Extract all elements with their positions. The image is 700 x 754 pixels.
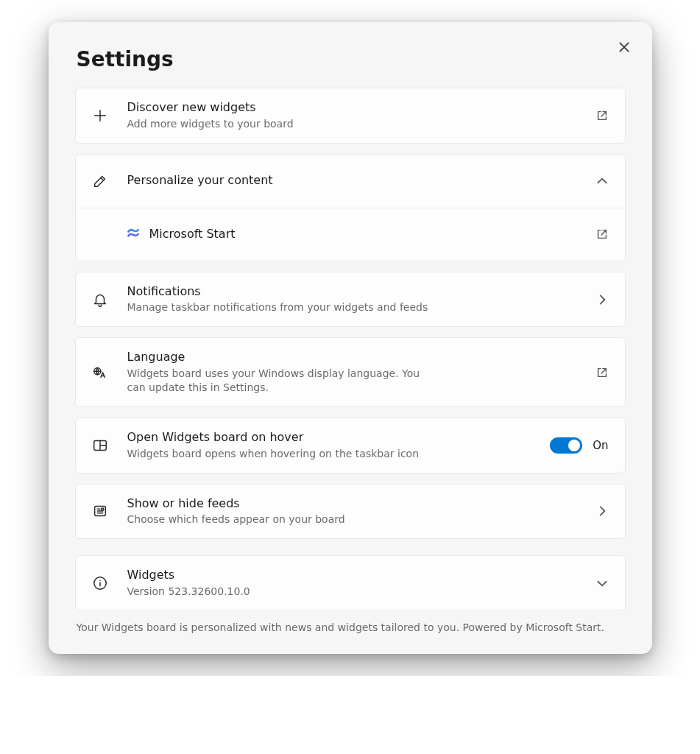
personalize-title: Personalize your content — [127, 173, 587, 188]
card-notifications: Notifications Manage taskbar notificatio… — [75, 272, 626, 328]
discover-title: Discover new widgets — [127, 100, 587, 116]
bell-icon — [92, 292, 127, 308]
chevron-right-icon — [595, 293, 609, 306]
language-icon — [92, 364, 127, 381]
svg-rect-3 — [101, 509, 103, 511]
close-icon — [618, 40, 631, 54]
microsoft-start-icon — [126, 227, 141, 242]
row-microsoft-start[interactable]: Microsoft Start — [76, 208, 625, 261]
chevron-right-icon — [595, 504, 609, 518]
feeds-subtitle: Choose which feeds appear on your board — [127, 512, 587, 526]
card-language: Language Widgets board uses your Windows… — [75, 337, 626, 407]
row-discover[interactable]: Discover new widgets Add more widgets to… — [76, 88, 625, 143]
about-version: Version 523.32600.10.0 — [127, 585, 587, 599]
close-button[interactable] — [612, 35, 636, 59]
footer-note: Your Widgets board is personalized with … — [77, 621, 624, 633]
settings-panel: Settings Discover new widgets Add more w… — [49, 22, 652, 654]
microsoft-start-label: Microsoft Start — [149, 227, 587, 242]
card-hover: Open Widgets board on hover Widgets boar… — [75, 417, 626, 473]
discover-subtitle: Add more widgets to your board — [127, 117, 587, 131]
row-feeds[interactable]: Show or hide feeds Choose which feeds ap… — [76, 485, 625, 539]
hover-toggle-label: On — [593, 439, 608, 452]
row-about[interactable]: Widgets Version 523.32600.10.0 — [76, 556, 625, 610]
notifications-subtitle: Manage taskbar notifications from your w… — [127, 300, 587, 314]
language-subtitle: Widgets board uses your Windows display … — [127, 367, 436, 395]
card-discover: Discover new widgets Add more widgets to… — [75, 88, 626, 144]
card-personalize: Personalize your content Microsoft Start — [75, 154, 626, 261]
row-personalize[interactable]: Personalize your content — [76, 155, 625, 208]
hover-title: Open Widgets board on hover — [127, 430, 542, 445]
newspaper-icon — [92, 503, 127, 519]
language-title: Language — [127, 350, 587, 365]
info-icon — [92, 575, 127, 591]
chevron-up-icon — [595, 175, 609, 188]
row-language[interactable]: Language Widgets board uses your Windows… — [76, 338, 625, 406]
open-external-icon — [595, 228, 609, 241]
plus-icon — [92, 108, 127, 124]
open-external-icon — [595, 109, 609, 122]
about-title: Widgets — [127, 568, 587, 583]
row-hover: Open Widgets board on hover Widgets boar… — [76, 418, 625, 473]
hover-subtitle: Widgets board opens when hovering on the… — [127, 447, 542, 461]
pencil-icon — [92, 173, 127, 189]
row-notifications[interactable]: Notifications Manage taskbar notificatio… — [76, 272, 625, 327]
notifications-title: Notifications — [127, 284, 587, 300]
hover-toggle[interactable] — [550, 437, 582, 454]
card-about: Widgets Version 523.32600.10.0 — [75, 555, 626, 611]
feeds-title: Show or hide feeds — [127, 496, 587, 512]
chevron-down-icon — [595, 577, 609, 590]
page-title: Settings — [77, 47, 626, 71]
open-external-icon — [595, 366, 609, 379]
board-icon — [92, 437, 127, 454]
card-feeds: Show or hide feeds Choose which feeds ap… — [75, 484, 626, 540]
